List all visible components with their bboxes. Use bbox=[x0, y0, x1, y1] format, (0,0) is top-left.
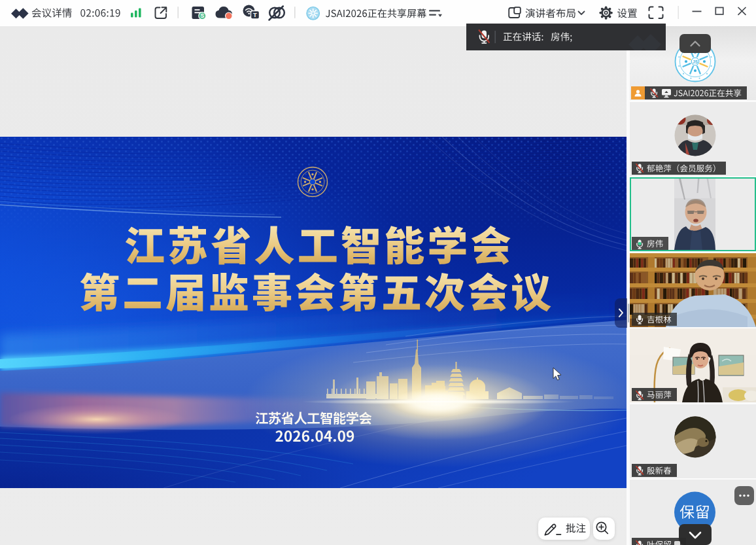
svg-text:S: S bbox=[200, 12, 204, 19]
svg-text:JS: JS bbox=[693, 60, 698, 64]
svg-text:T: T bbox=[253, 11, 257, 18]
